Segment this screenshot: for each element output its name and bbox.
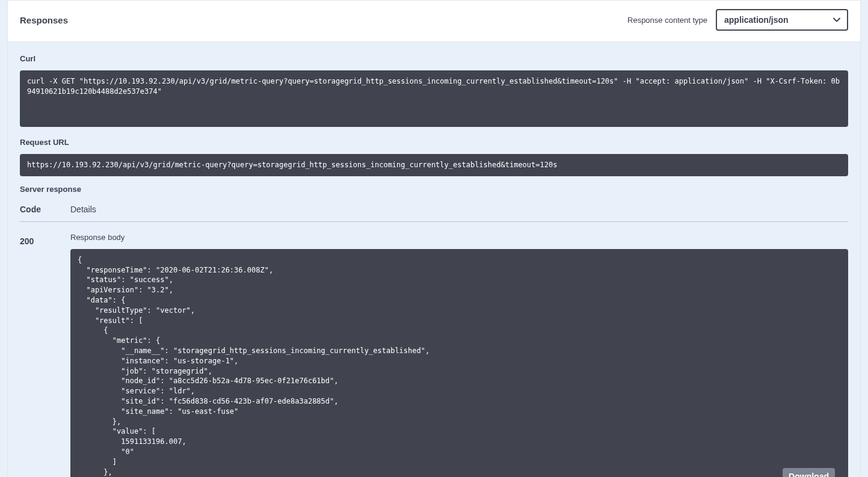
curl-label: Curl — [20, 54, 848, 63]
content-type-value: application/json — [724, 15, 789, 25]
curl-command-block[interactable]: curl -X GET "https://10.193.92.230/api/v… — [20, 70, 848, 127]
request-url-block[interactable]: https://10.193.92.230/api/v3/grid/metric… — [20, 154, 848, 176]
status-code: 200 — [20, 233, 70, 477]
chevron-down-icon — [833, 16, 841, 24]
responses-panel: Responses Response content type applicat… — [7, 0, 861, 477]
responses-body: Curl curl -X GET "https://10.193.92.230/… — [8, 42, 860, 477]
code-column-header: Code — [20, 205, 70, 214]
response-details: Response body { "responseTime": "2020-06… — [70, 233, 848, 477]
details-column-header: Details — [70, 205, 96, 214]
download-button[interactable]: Download — [783, 468, 835, 477]
responses-title: Responses — [20, 15, 68, 25]
response-row: 200 Response body { "responseTime": "202… — [20, 233, 848, 477]
response-body-wrap: { "responseTime": "2020-06-02T21:26:36.0… — [70, 249, 848, 477]
response-body-label: Response body — [70, 233, 848, 242]
content-type-group: Response content type application/json — [627, 9, 848, 31]
response-body-json[interactable]: { "responseTime": "2020-06-02T21:26:36.0… — [70, 249, 848, 477]
content-type-select[interactable]: application/json — [716, 9, 848, 31]
responses-header-bar: Responses Response content type applicat… — [8, 1, 860, 42]
response-columns-header: Code Details — [20, 205, 848, 222]
content-type-label: Response content type — [627, 16, 707, 25]
server-response-label: Server response — [20, 185, 848, 194]
request-url-label: Request URL — [20, 138, 848, 147]
